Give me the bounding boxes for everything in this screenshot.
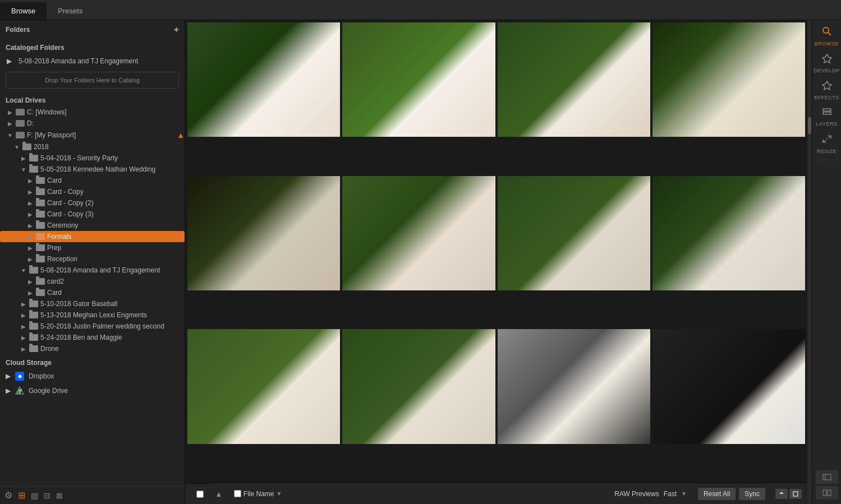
folder-card-copy[interactable]: ▶ Card - Copy	[0, 186, 185, 197]
folder-icon	[29, 267, 38, 274]
drive-c-label: C: [Windows]	[27, 108, 67, 116]
folder-icon	[29, 312, 38, 318]
compare-icon[interactable]: ⊠	[56, 491, 63, 500]
folder-ben[interactable]: ▶ 5-24-2018 Ben and Maggie	[0, 332, 185, 343]
photo-cell[interactable]	[498, 22, 650, 137]
eject-icon[interactable]: ▲	[177, 131, 185, 140]
folder-justin[interactable]: ▶ 5-20-2018 Justin Palmer wedding second	[0, 321, 185, 332]
tab-browse[interactable]: Browse	[0, 2, 47, 20]
folder-gator[interactable]: ▶ 5-10-2018 Gator Baseball	[0, 298, 185, 309]
folder-2018[interactable]: ▼ 2018	[0, 141, 185, 152]
cloud-gdrive[interactable]: ▶ Google Drive	[0, 383, 185, 398]
photo-cell[interactable]	[187, 329, 340, 443]
folder-card-amanda[interactable]: ▶ Card	[0, 287, 185, 298]
raw-dropdown-icon[interactable]: ▼	[681, 491, 687, 497]
arrow-icon: ▶	[27, 211, 34, 218]
folder-kennedee-label: 5-05-2018 Kennedee Nathan Wedding	[40, 165, 155, 173]
folder-formals[interactable]: ▶ Formals	[0, 231, 185, 242]
drive-c[interactable]: ▶ C: [Windows]	[0, 107, 185, 118]
folder-card2-label: card2	[47, 278, 64, 285]
develop-icon	[821, 53, 833, 67]
right-sidebar-bottom	[816, 470, 838, 504]
folder-icon	[36, 256, 45, 262]
folder-amanda[interactable]: ▼ 5-08-2018 Amanda and TJ Engagement	[0, 265, 185, 276]
develop-label: DEVELOP	[814, 68, 839, 73]
drive-f-label: F: [My Passport]	[27, 131, 76, 139]
sort-up-icon[interactable]: ▲	[215, 489, 223, 498]
photo-cell[interactable]	[498, 176, 650, 290]
arrow-icon: ▶	[20, 155, 27, 161]
right-btn-develop[interactable]: DEVELOP	[814, 50, 840, 76]
arrow-icon: ▶	[20, 346, 27, 352]
select-all-checkbox[interactable]	[196, 491, 204, 498]
arrow-icon: ▶	[7, 57, 12, 65]
arrow-icon: ▶	[27, 178, 34, 184]
right-btn-effects[interactable]: EFFECTS	[814, 77, 840, 103]
photo-cell[interactable]	[652, 22, 805, 137]
layers-label: LAYERS	[816, 121, 838, 127]
grid-view-icon[interactable]: ⊞	[18, 490, 25, 501]
arrow-expand-icon: ▼	[20, 267, 27, 274]
arrow-icon: ▶	[6, 372, 11, 380]
photo-cell[interactable]	[342, 176, 495, 290]
sort-dropdown-icon[interactable]: ▼	[277, 491, 282, 497]
hd-icon	[16, 132, 25, 138]
folder-icon	[36, 233, 45, 240]
right-btn-resize[interactable]: RESIZE	[814, 131, 840, 156]
list-view-icon[interactable]: ▤	[31, 491, 38, 500]
photo-cell[interactable]	[342, 329, 495, 443]
photo-cell[interactable]	[652, 176, 805, 290]
folder-serority[interactable]: ▶ 5-04-2018 - Serority Party	[0, 152, 185, 164]
folder-icon	[36, 177, 45, 184]
tab-presets[interactable]: Presets	[47, 2, 94, 20]
folder-card-copy-2[interactable]: ▶ Card - Copy (2)	[0, 197, 185, 209]
photo-cell[interactable]	[342, 22, 495, 137]
folder-card-copy-3[interactable]: ▶ Card - Copy (3)	[0, 209, 185, 220]
folder-drone[interactable]: ▶ Drone	[0, 343, 185, 354]
mini-icon-2[interactable]	[816, 486, 838, 500]
arrow-icon: ▶	[20, 312, 27, 318]
share-icon[interactable]	[775, 489, 788, 499]
scrollbar-thumb[interactable]	[808, 117, 811, 134]
thumbstrip-icon[interactable]: ⊟	[44, 491, 50, 500]
photo-cell[interactable]	[652, 329, 805, 443]
svg-rect-6	[823, 109, 831, 111]
photo-cell[interactable]	[498, 329, 650, 443]
arrow-icon: ▶	[27, 290, 34, 296]
sync-button[interactable]: Sync	[739, 488, 765, 500]
folder-card2[interactable]: ▶ card2	[0, 276, 185, 287]
photo-cell[interactable]	[187, 176, 340, 290]
folder-ben-label: 5-24-2018 Ben and Maggie	[40, 334, 122, 341]
folder-justin-label: 5-20-2018 Justin Palmer wedding second	[40, 322, 164, 330]
folder-kennedee[interactable]: ▼ 5-05-2018 Kennedee Nathan Wedding	[0, 164, 185, 175]
drive-d[interactable]: ▶ D:	[0, 118, 185, 129]
right-btn-layers[interactable]: LAYERS	[814, 104, 840, 130]
folder-card[interactable]: ▶ Card	[0, 175, 185, 186]
svg-line-8	[823, 135, 831, 143]
folder-icon	[36, 200, 45, 206]
mini-icon-1[interactable]	[816, 470, 838, 484]
expand-icon[interactable]	[789, 489, 802, 499]
folder-meghan[interactable]: ▶ 5-13-2018 Meghan Lexxi Engments	[0, 309, 185, 321]
bottom-toolbar: ▲ File Name ▼ RAW Previews Fast ▼ Reset …	[185, 483, 807, 504]
folder-icon	[29, 345, 38, 352]
main-content: ▲ File Name ▼ RAW Previews Fast ▼ Reset …	[185, 20, 807, 504]
browse-icon	[821, 26, 833, 40]
right-sidebar: BROWSE DEVELOP EFFECTS	[812, 20, 841, 504]
add-folder-button[interactable]: +	[174, 25, 179, 35]
folder-ceremony[interactable]: ▶ Ceremony	[0, 220, 185, 231]
drop-zone[interactable]: Drop Your Folders Here to Catalog	[6, 72, 179, 89]
reset-all-button[interactable]: Reset All	[698, 488, 736, 500]
cloud-dropbox[interactable]: ▶ ◆ Dropbox	[0, 369, 185, 383]
select-all-checkbox-area	[191, 483, 209, 505]
right-btn-browse[interactable]: BROWSE	[814, 23, 840, 49]
settings-icon[interactable]: ⚙	[4, 490, 12, 501]
sort-checkbox[interactable]	[234, 490, 241, 497]
photo-cell[interactable]	[187, 22, 340, 137]
cataloged-folder-item[interactable]: ▶ 5-08-2018 Amanda and TJ Engagement	[0, 54, 185, 68]
folder-prep[interactable]: ▶ Prep	[0, 242, 185, 253]
folder-reception[interactable]: ▶ Reception	[0, 253, 185, 265]
folder-ceremony-label: Ceremony	[47, 221, 78, 229]
drive-f[interactable]: ▼ F: [My Passport] ▲	[0, 129, 185, 141]
folder-gator-label: 5-10-2018 Gator Baseball	[40, 300, 117, 308]
